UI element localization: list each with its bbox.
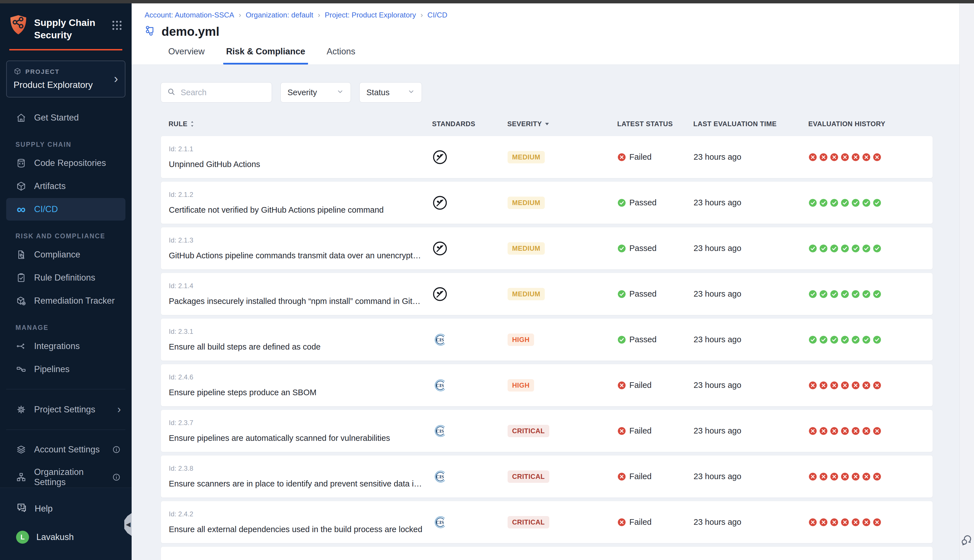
sidebar-item-compliance[interactable]: Compliance <box>6 243 125 266</box>
layers-icon <box>15 444 27 455</box>
tab-risk-compliance[interactable]: Risk & Compliance <box>223 41 308 65</box>
history-failed-icon <box>819 518 828 527</box>
avatar: L <box>16 531 29 544</box>
status-cell: Passed <box>617 244 694 253</box>
filter-dropdowns: SeverityStatus <box>280 82 422 103</box>
table-row[interactable]: Id: 2.1.2Certificate not verified by Git… <box>161 182 933 224</box>
table-row[interactable]: Id: 2.4.6Ensure pipeline steps produce a… <box>161 364 933 407</box>
user-menu[interactable]: L Lavakush <box>0 526 132 548</box>
column-label: LAST EVALUATION TIME <box>693 120 777 128</box>
table-row[interactable]: Id: 2.1.3GitHub Actions pipeline command… <box>161 227 933 270</box>
history-failed-icon <box>851 472 860 481</box>
column-header-rule[interactable]: RULE <box>168 120 432 128</box>
sidebar-item-label: Artifacts <box>34 181 66 191</box>
column-header-last-evaluation-time[interactable]: LAST EVALUATION TIME <box>693 120 808 128</box>
severity-badge: CRITICAL <box>507 516 549 528</box>
sidebar-item-account-settings[interactable]: Account Settings <box>6 438 125 461</box>
module-grid-icon[interactable] <box>111 19 123 33</box>
chevron-down-icon <box>407 88 415 97</box>
history-passed-icon <box>873 290 881 298</box>
last-evaluation-time: 23 hours ago <box>694 517 809 527</box>
severity-filter[interactable]: Severity <box>280 82 351 103</box>
table-row[interactable]: Id: 2.1.1Unpinned GitHub ActionsMEDIUMFa… <box>161 136 933 178</box>
tab-actions[interactable]: Actions <box>324 41 358 65</box>
history-passed-icon <box>830 290 839 298</box>
column-header-evaluation-history[interactable]: EVALUATION HISTORY <box>808 120 933 128</box>
breadcrumb-link-project-product-exploratory[interactable]: Project: Product Exploratory <box>325 11 416 20</box>
evaluation-history <box>809 153 932 162</box>
column-header-latest-status[interactable]: LATEST STATUS <box>617 120 693 128</box>
sort-desc-icon <box>545 122 549 126</box>
history-passed-icon <box>841 335 849 344</box>
rule-name: GitHub Actions pipeline commands transmi… <box>169 251 424 260</box>
table-row[interactable]: Id: 2.4.2Ensure all external dependencie… <box>161 501 933 543</box>
code-repo-icon <box>15 157 27 169</box>
cis-icon: CIS <box>432 378 507 393</box>
passed-icon <box>617 290 626 298</box>
rule-id: Id: 2.1.2 <box>169 191 424 198</box>
support-chat-icon[interactable] <box>961 533 974 548</box>
breadcrumb-link-account-automation-ssca[interactable]: Account: Automation-SSCA <box>145 11 234 20</box>
failed-icon <box>617 518 626 527</box>
history-failed-icon <box>809 153 817 162</box>
sidebar-item-project-settings[interactable]: Project Settings› <box>6 398 125 421</box>
history-passed-icon <box>851 335 860 344</box>
table-row[interactable]: Id: 2.3.7Ensure pipelines are automatica… <box>161 410 933 452</box>
table-row[interactable]: Id: 2.1.4Packages insecurely installed t… <box>161 273 933 315</box>
filter-label: Severity <box>287 88 317 97</box>
sidebar-item-artifacts[interactable]: Artifacts <box>6 175 125 197</box>
status-filter[interactable]: Status <box>359 82 422 103</box>
rule-name: Packages insecurely installed through “n… <box>169 297 424 306</box>
sidebar-item-help[interactable]: ? Help <box>0 497 132 520</box>
sidebar-item-pipelines[interactable]: Pipelines <box>6 358 125 380</box>
severity-badge: HIGH <box>507 379 534 392</box>
table-row[interactable]: Id: 2.3.1Ensure all build steps are defi… <box>161 318 933 361</box>
sidebar-item-ci-cd[interactable]: ∞CI/CD <box>6 198 125 220</box>
last-evaluation-time: 23 hours ago <box>694 289 809 298</box>
rule-name: Ensure scanners are in place to identify… <box>169 479 424 488</box>
sort-icon <box>190 120 194 127</box>
rule-cell: Id: 2.1.2Certificate not verified by Git… <box>169 191 432 215</box>
status-label: Failed <box>629 472 652 481</box>
info-icon <box>112 473 121 482</box>
history-passed-icon <box>851 290 860 298</box>
sidebar-item-remediation-tracker[interactable]: Remediation Tracker <box>6 290 125 312</box>
column-header-severity[interactable]: SEVERITY <box>507 120 617 128</box>
sidebar-item-integrations[interactable]: Integrations <box>6 335 125 357</box>
project-selector[interactable]: PROJECT Product Exploratory › <box>6 60 125 97</box>
status-cell: Failed <box>617 472 694 481</box>
sidebar-item-code-repositories[interactable]: Code Repositories <box>6 152 125 174</box>
history-failed-icon <box>841 472 849 481</box>
search-box <box>161 82 272 103</box>
column-header-standards[interactable]: STANDARDS <box>432 120 507 128</box>
history-passed-icon <box>851 198 860 207</box>
svg-text:CIS: CIS <box>436 520 444 525</box>
nav-divider <box>6 389 125 389</box>
sidebar-item-organization-settings[interactable]: Organization Settings <box>6 462 125 488</box>
breadcrumb-link-organization-default[interactable]: Organization: default <box>246 11 314 20</box>
nav-section-risk-and-compliance: RISK AND COMPLIANCE <box>15 232 132 240</box>
tab-overview[interactable]: Overview <box>165 41 207 65</box>
table-row[interactable]: Id: 2.3.8Ensure scanners are in place to… <box>161 455 933 498</box>
severity-badge: MEDIUM <box>507 288 545 300</box>
history-failed-icon <box>862 427 871 435</box>
history-failed-icon <box>851 381 860 390</box>
table-row[interactable]: Id: 3.1.7CISCRITICALFailed23 hours ago <box>161 547 933 560</box>
evaluation-history <box>809 290 932 298</box>
sidebar-item-rule-definitions[interactable]: Rule Definitions <box>6 267 125 289</box>
project-selector-label: PROJECT <box>25 68 60 75</box>
history-failed-icon <box>873 381 881 390</box>
status-label: Failed <box>629 380 652 390</box>
sidebar-item-label: Get Started <box>34 113 79 123</box>
history-failed-icon <box>841 381 849 390</box>
sidebar-item-get-started[interactable]: Get Started <box>6 107 125 129</box>
svg-text:CIS: CIS <box>436 474 444 480</box>
severity-badge: MEDIUM <box>507 151 545 163</box>
search-input[interactable] <box>180 88 266 97</box>
history-failed-icon <box>851 153 860 162</box>
page-title: demo.yml <box>162 25 219 38</box>
failed-icon <box>617 427 626 435</box>
breadcrumb-link-ci-cd[interactable]: CI/CD <box>427 11 447 20</box>
history-failed-icon <box>851 518 860 527</box>
rule-name: Ensure pipelines are automatically scann… <box>169 433 424 443</box>
